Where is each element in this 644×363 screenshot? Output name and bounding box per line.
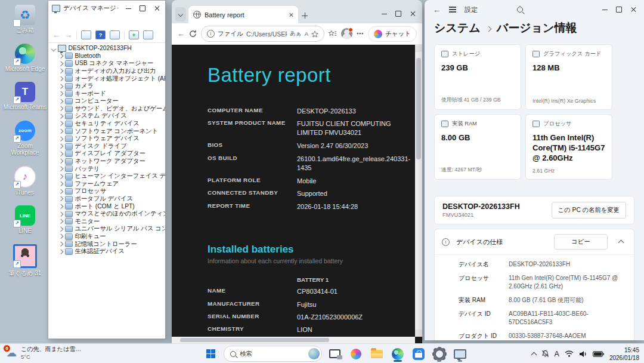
tree-node[interactable]: バッテリ <box>51 165 165 173</box>
console-tree-icon[interactable] <box>81 30 91 39</box>
browser-tab[interactable]: Battery report <box>188 6 298 23</box>
chevron-collapsed-icon[interactable] <box>58 114 63 119</box>
rename-pc-button[interactable]: この PC の名前を変更 <box>552 202 626 219</box>
chevron-collapsed-icon[interactable] <box>58 84 63 88</box>
scrollbar-thumb[interactable] <box>416 58 421 159</box>
properties-icon[interactable] <box>110 30 120 39</box>
chevron-collapsed-icon[interactable] <box>58 204 63 209</box>
horizontal-scrollbar[interactable] <box>172 337 415 343</box>
page-info-icon[interactable] <box>207 30 215 38</box>
navigation-menu-icon[interactable] <box>449 7 456 12</box>
chevron-collapsed-icon[interactable] <box>58 91 63 96</box>
tree-node[interactable]: ディスプレイ アダプター <box>51 150 165 158</box>
chevron-collapsed-icon[interactable] <box>58 99 63 104</box>
vertical-scrollbar[interactable] <box>415 45 422 337</box>
scroll-down-button[interactable] <box>415 330 422 337</box>
chevron-collapsed-icon[interactable] <box>58 121 63 126</box>
desktop-icon[interactable]: ↗ 筆ぐるめ 31 <box>3 244 47 277</box>
task-view-button[interactable] <box>327 346 343 362</box>
tree-node[interactable]: モニター <box>51 218 165 226</box>
weather-widget[interactable]: ☁6 この先、雨または雪… 5°C <box>6 346 81 360</box>
taskbar-search[interactable]: 検索 <box>224 346 322 362</box>
maximize-button[interactable] <box>135 2 150 14</box>
volume-icon[interactable] <box>579 350 587 358</box>
address-bar[interactable]: ファイル C:/Users/USER/batte... あぁ A <box>201 26 324 42</box>
chevron-collapsed-icon[interactable] <box>58 196 63 201</box>
tree-node[interactable]: オーディオ処理オブジェクト (APO) <box>51 75 165 82</box>
copilot-chat-button[interactable]: チャット <box>368 26 417 42</box>
chevron-collapsed-icon[interactable] <box>58 61 63 66</box>
chevron-collapsed-icon[interactable] <box>58 54 63 59</box>
scan-hardware-changes-icon[interactable]: + <box>129 30 139 39</box>
maximize-button[interactable] <box>612 4 626 16</box>
chevron-collapsed-icon[interactable] <box>58 159 63 164</box>
notifications-muted-icon[interactable] <box>541 350 549 358</box>
search-highlight-image[interactable] <box>308 348 320 359</box>
copilot-button[interactable] <box>348 346 364 362</box>
tree-node[interactable]: キーボード <box>51 90 165 98</box>
settings-taskbar-button[interactable] <box>431 346 447 362</box>
chevron-collapsed-icon[interactable] <box>58 106 63 111</box>
minimize-button[interactable] <box>121 2 135 14</box>
start-button[interactable] <box>203 346 219 362</box>
close-button[interactable] <box>405 8 420 20</box>
hidden-icons-chevron-icon[interactable] <box>531 352 537 358</box>
breadcrumb-parent[interactable]: システム <box>434 20 481 36</box>
new-tab-button[interactable] <box>302 13 308 19</box>
legacy-hardware-icon[interactable] <box>143 30 153 39</box>
tree-node[interactable]: Bluetooth <box>51 53 165 60</box>
tree-node[interactable]: ポータブル デバイス <box>51 195 165 203</box>
forward-icon[interactable]: → <box>64 31 72 39</box>
search-icon[interactable] <box>517 7 523 13</box>
microsoft-store-button[interactable] <box>410 346 426 362</box>
tree-node[interactable]: ファームウェア <box>51 180 165 188</box>
chevron-collapsed-icon[interactable] <box>58 189 63 194</box>
chevron-expanded-icon[interactable] <box>51 46 56 51</box>
device-spec-header[interactable]: デバイスの仕様 コピー <box>435 229 634 255</box>
chevron-collapsed-icon[interactable] <box>58 174 63 179</box>
back-icon[interactable]: ← <box>433 5 441 14</box>
chevron-collapsed-icon[interactable] <box>58 234 63 239</box>
chevron-collapsed-icon[interactable] <box>58 211 63 216</box>
tree-node[interactable]: ヒューマン インターフェイス デバイス <box>51 173 165 180</box>
chevron-collapsed-icon[interactable] <box>58 249 63 254</box>
desktop-icon[interactable]: T ↗ Microsoft Teams <box>3 82 47 111</box>
tree-node[interactable]: ディスク ドライブ <box>51 143 165 150</box>
battery-icon[interactable] <box>593 351 604 357</box>
profile-avatar[interactable] <box>341 28 352 39</box>
tree-node[interactable]: ソフトウェア コンポーネント <box>51 128 165 136</box>
more-menu-icon[interactable]: ⋯ <box>357 30 364 38</box>
back-icon[interactable]: ← <box>177 30 185 38</box>
chevron-collapsed-icon[interactable] <box>58 227 63 232</box>
chevron-collapsed-icon[interactable] <box>58 167 63 171</box>
favorites-hub-icon[interactable] <box>329 30 337 38</box>
minimize-button[interactable] <box>597 4 612 16</box>
close-button[interactable] <box>150 2 164 14</box>
scroll-up-button[interactable] <box>415 45 422 52</box>
close-button[interactable] <box>626 4 640 16</box>
chevron-collapsed-icon[interactable] <box>58 76 63 81</box>
maximize-button[interactable] <box>391 8 405 20</box>
tab-close-icon[interactable] <box>289 13 293 17</box>
help-icon[interactable]: ? <box>95 30 106 39</box>
chevron-collapsed-icon[interactable] <box>58 152 63 156</box>
copy-button[interactable]: コピー <box>554 234 608 250</box>
chevron-collapsed-icon[interactable] <box>58 69 63 73</box>
tree-node[interactable]: サウンド、ビデオ、およびゲーム コントローラー <box>51 105 165 113</box>
tree-node[interactable]: ソフトウェア デバイス <box>51 135 165 143</box>
desktop-icon[interactable]: zoom ↗ Zoom Workplace <box>3 121 47 156</box>
ime-mode-indicator[interactable]: A <box>555 350 559 358</box>
chevron-collapsed-icon[interactable] <box>58 219 63 224</box>
translate-icon[interactable]: あぁ <box>290 30 301 38</box>
chevron-collapsed-icon[interactable] <box>58 129 63 134</box>
tree-root-row[interactable]: DESKTOP-2026133FH <box>51 45 165 53</box>
chevron-collapsed-icon[interactable] <box>58 144 63 149</box>
tree-node[interactable]: システム デバイス <box>51 112 165 120</box>
tree-node[interactable]: ユニバーサル シリアル バス コントローラー <box>51 225 165 233</box>
chevron-collapsed-icon[interactable] <box>58 182 63 186</box>
device-manager-taskbar-button[interactable] <box>452 346 468 362</box>
scrollbar-thumb[interactable] <box>180 338 329 342</box>
tray-clock[interactable]: 15:45 2026/01/18 <box>609 346 639 362</box>
tree-node[interactable]: 記憶域コントローラー <box>51 240 165 248</box>
tree-node[interactable]: マウスとそのほかのポインティング デバイス <box>51 210 165 218</box>
